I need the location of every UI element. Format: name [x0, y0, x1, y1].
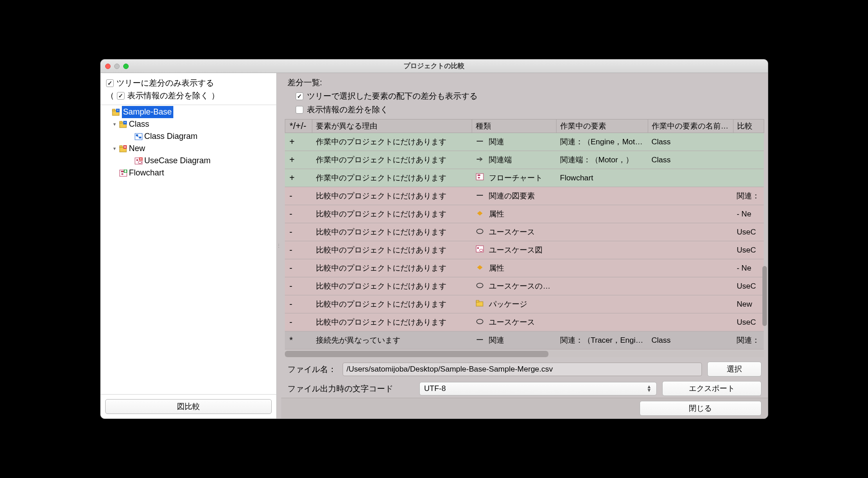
show-descendants-checkbox[interactable] [296, 92, 303, 100]
tree-diff-only-checkbox[interactable] [106, 79, 114, 87]
table-row[interactable]: -比較中のプロジェクトにだけありますユースケースUseC [285, 223, 764, 241]
cell-reason: 比較中のプロジェクトにだけあります [312, 223, 472, 241]
tree-node[interactable]: Class Diagram [103, 130, 274, 142]
file-select-button[interactable]: 選択 [707, 362, 761, 377]
cell-working: 関連：（Engine，Mot… [557, 133, 648, 151]
assoc-icon [475, 336, 484, 345]
usecase-icon [475, 318, 484, 327]
table-row[interactable]: -比較中のプロジェクトにだけあります属性- Ne [285, 259, 764, 277]
svg-rect-15 [124, 147, 126, 147]
cell-kind-label: ユースケース [489, 227, 535, 237]
vertical-scrollbar-thumb[interactable] [762, 266, 767, 326]
cell-kind-label: 属性 [489, 209, 504, 219]
cell-reason: 比較中のプロジェクトにだけあります [312, 205, 472, 223]
cell-kind: 属性 [472, 259, 556, 277]
cell-kind-label: ユースケース図 [489, 245, 543, 255]
cell-working [557, 241, 648, 259]
file-name-input[interactable] [343, 363, 702, 376]
assoc-icon [475, 138, 484, 147]
cell-op: - [285, 223, 312, 241]
table-row[interactable]: -比較中のプロジェクトにだけありますユースケースUseC [285, 313, 764, 331]
table-row[interactable]: -比較中のプロジェクトにだけありますユースケース図UseC [285, 241, 764, 259]
assoc-icon [475, 192, 484, 201]
cell-op: + [285, 151, 312, 169]
cell-working-name [648, 313, 733, 331]
cell-working [557, 259, 648, 277]
svg-rect-5 [120, 121, 122, 123]
close-button[interactable]: 閉じる [640, 401, 761, 416]
svg-marker-33 [477, 211, 483, 216]
cell-reason: 比較中のプロジェクトにだけあります [312, 187, 472, 205]
cell-working-name: Class [648, 151, 733, 169]
cell-working-name [648, 205, 733, 223]
col-working[interactable]: 作業中の要素 [557, 120, 648, 133]
disclosure-icon[interactable]: ▾ [111, 120, 118, 128]
tree-node[interactable]: ▾New [103, 142, 274, 155]
tree-node[interactable]: Flowchart [103, 167, 274, 179]
col-working-name[interactable]: 作業中の要素の名前… [648, 120, 733, 133]
cell-working [557, 223, 648, 241]
col-kind[interactable]: 種類 [472, 120, 556, 133]
cell-working-name [648, 223, 733, 241]
class-diagram-icon [135, 133, 143, 140]
cell-compare: New [733, 295, 764, 313]
cell-working-name [648, 187, 733, 205]
window-maximize-button[interactable] [123, 64, 129, 69]
table-row[interactable]: +作業中のプロジェクトにだけあります関連関連：（Engine，Mot…Class [285, 133, 764, 151]
tree-node[interactable]: ▾*Class [103, 118, 274, 130]
cell-working-name [648, 169, 733, 187]
window-close-button[interactable] [105, 64, 111, 69]
cell-reason: 比較中のプロジェクトにだけあります [312, 241, 472, 259]
tree-exclude-viewinfo-checkbox[interactable] [117, 92, 125, 100]
export-button[interactable]: エクスポート [662, 381, 761, 396]
svg-rect-41 [476, 300, 479, 302]
tree-diff-only-label: ツリーに差分のみ表示する [116, 78, 214, 88]
cell-kind-label: 関連の図要素 [489, 191, 535, 201]
exclude-viewinfo-checkbox[interactable] [296, 106, 303, 114]
table-row[interactable]: +作業中のプロジェクトにだけあります関連端関連端：（Motor，）Class [285, 151, 764, 169]
tree-node[interactable]: *Sample-Base [103, 106, 274, 118]
diff-table-wrap[interactable]: */+/- 要素が異なる理由 種類 作業中の要素 作業中の要素の名前… 比較 +… [285, 119, 764, 351]
vertical-scrollbar[interactable] [761, 145, 768, 346]
table-row[interactable]: -比較中のプロジェクトにだけありますパッケージNew [285, 295, 764, 313]
diff-pane: 差分一覧: ツリーで選択した要素の配下の差分も表示する 表示情報の差分を除く *… [281, 73, 768, 418]
cell-compare: UseC [733, 313, 764, 331]
flowchart-icon [475, 173, 484, 183]
cell-kind: ユースケースの… [472, 277, 556, 295]
cell-reason: 作業中のプロジェクトにだけあります [312, 169, 472, 187]
cell-reason: 作業中のプロジェクトにだけあります [312, 133, 472, 151]
encoding-select[interactable]: UTF-8 ▲▼ [419, 382, 657, 395]
col-reason[interactable]: 要素が異なる理由 [312, 120, 472, 133]
svg-point-17 [136, 159, 138, 161]
svg-text:*: * [117, 109, 118, 113]
flowchart-plus-icon [119, 169, 128, 177]
disclosure-icon[interactable]: ▾ [111, 145, 118, 152]
svg-rect-22 [121, 171, 124, 172]
titlebar: プロジェクトの比較 [101, 60, 768, 73]
cell-kind: ユースケース [472, 223, 556, 241]
table-row[interactable]: +作業中のプロジェクトにだけありますフローチャートFlowchart [285, 169, 764, 187]
table-row[interactable]: -比較中のプロジェクトにだけあります関連の図要素関連： [285, 187, 764, 205]
table-row[interactable]: -比較中のプロジェクトにだけありますユースケースの…UseC [285, 277, 764, 295]
tree-node[interactable]: UseCase Diagram [103, 155, 274, 167]
col-op[interactable]: */+/- [285, 120, 312, 133]
horizontal-scrollbar[interactable] [285, 351, 764, 357]
cell-kind: 関連の図要素 [472, 187, 556, 205]
col-compare[interactable]: 比較 [733, 120, 764, 133]
encoding-value: UTF-8 [424, 384, 446, 393]
cell-working-name [648, 295, 733, 313]
assoc-end-icon [475, 156, 484, 165]
horizontal-scrollbar-thumb[interactable] [285, 351, 548, 357]
compare-diagram-button[interactable]: 図比較 [105, 399, 272, 414]
window-minimize-button[interactable] [114, 64, 120, 69]
table-row[interactable]: *接続先が異なっています関連関連：（Tracer，Engi…Class関連： [285, 331, 764, 349]
splitter-handle[interactable]: ⋮ [277, 73, 281, 418]
table-row[interactable]: -比較中のプロジェクトにだけあります属性- Ne [285, 205, 764, 223]
project-tree[interactable]: *Sample-Base▾*ClassClass Diagram▾NewUseC… [101, 105, 276, 394]
cell-op: - [285, 313, 312, 331]
tree-node-label: Class [129, 118, 149, 130]
dialog-footer: 閉じる [281, 398, 768, 418]
cell-op: - [285, 277, 312, 295]
tree-node-label: New [129, 142, 145, 155]
cell-compare: 関連： [733, 331, 764, 349]
